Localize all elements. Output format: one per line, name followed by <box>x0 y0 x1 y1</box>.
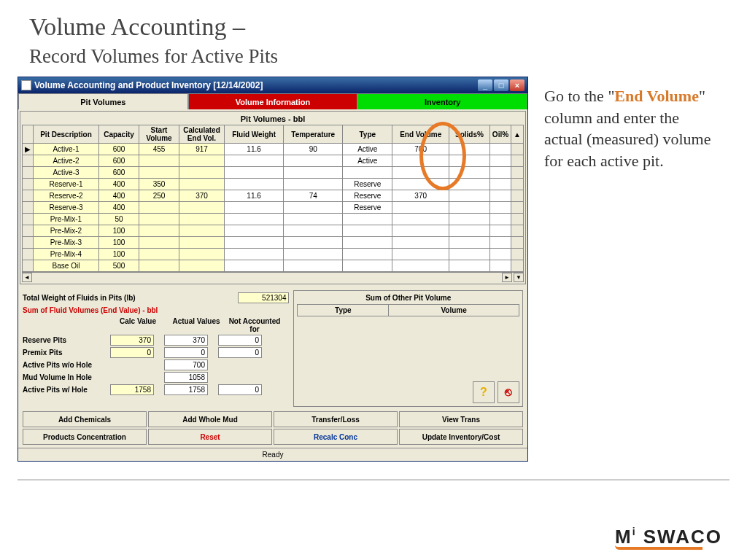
footer-rule <box>18 479 729 481</box>
col-oil[interactable]: Oil% <box>489 125 511 144</box>
col-capacity[interactable]: Capacity <box>99 125 139 144</box>
summary-panel: Total Weight of Fluids in Pits (lb) 5213… <box>23 290 289 407</box>
end-volume-cell[interactable]: 700 <box>392 144 449 155</box>
mi-swaco-logo: Mi SWACO <box>615 526 722 550</box>
tab-volume-information[interactable]: Volume Information <box>188 93 358 109</box>
update-inventory-button[interactable]: Update Inventory/Cost <box>399 429 523 445</box>
reserve-actual: 370 <box>164 335 208 346</box>
app-window: Volume Accounting and Product Inventory … <box>18 77 528 462</box>
other-col-volume: Volume <box>389 305 519 316</box>
premix-actual: 0 <box>164 347 208 358</box>
active-w-hole-actual: 1758 <box>164 384 208 395</box>
active-wo-hole-actual: 700 <box>164 359 208 370</box>
table-row[interactable]: Pre-Mix-150 <box>23 214 524 225</box>
tabs: Pit Volumes Volume Information Inventory <box>18 93 527 109</box>
end-volume-cell[interactable] <box>392 155 449 167</box>
end-volume-cell[interactable] <box>392 260 449 272</box>
col-temperature[interactable]: Temperature <box>284 125 343 144</box>
table-row[interactable]: Pre-Mix-4100 <box>23 249 524 260</box>
view-trans-button[interactable]: View Trans <box>399 411 523 427</box>
sum-col-notacc: Not Accounted for <box>225 317 284 333</box>
help-button[interactable]: ? <box>473 381 495 403</box>
transfer-loss-button[interactable]: Transfer/Loss <box>274 411 398 427</box>
exit-icon: ⎋ <box>505 386 512 399</box>
premix-calc: 0 <box>110 347 154 358</box>
tab-pit-volumes[interactable]: Pit Volumes <box>18 93 188 109</box>
products-concentration-button[interactable]: Products Concentration <box>23 429 147 445</box>
other-pit-title: Sum of Other Pit Volume <box>297 294 519 302</box>
reserve-notacc: 0 <box>218 335 262 346</box>
maximize-button[interactable]: □ <box>494 79 508 91</box>
minimize-button[interactable]: _ <box>478 79 492 91</box>
col-solids[interactable]: Solids% <box>449 125 490 144</box>
table-row[interactable]: Reserve-240025037011.674Reserve370 <box>23 190 524 202</box>
table-row[interactable]: Reserve-3400Reserve <box>23 202 524 214</box>
action-buttons: Add Chemicals Add Whole Mud Transfer/Los… <box>18 408 527 448</box>
table-row[interactable]: Base Oil500 <box>23 260 524 272</box>
end-volume-cell[interactable] <box>392 202 449 214</box>
help-icon: ? <box>480 386 487 399</box>
col-calculated-end-vol[interactable]: Calculated End Vol. <box>179 125 225 144</box>
active-wo-hole-label: Active Pits w/o Hole <box>23 361 110 369</box>
instruction-emphasis: End Volume <box>614 87 699 105</box>
add-chemicals-button[interactable]: Add Chemicals <box>23 411 147 427</box>
end-volume-cell[interactable] <box>392 249 449 260</box>
col-fluid-weight[interactable]: Fluid Weight <box>225 125 284 144</box>
table-row[interactable]: Active-3600 <box>23 167 524 179</box>
mud-volume-label: Mud Volume In Hole <box>23 373 110 381</box>
other-pit-panel: Sum of Other Pit Volume Type Volume ? ⎋ <box>293 290 523 407</box>
active-w-hole-notacc: 0 <box>218 384 262 395</box>
add-whole-mud-button[interactable]: Add Whole Mud <box>148 411 272 427</box>
recalc-conc-button[interactable]: Recalc Conc <box>274 429 398 445</box>
reserve-pits-label: Reserve Pits <box>23 336 110 344</box>
pit-volumes-panel: Pit Volumes - bbl Pit Description Capaci… <box>20 111 526 284</box>
premix-notacc: 0 <box>218 347 262 358</box>
end-volume-cell[interactable] <box>392 237 449 249</box>
end-volume-cell[interactable] <box>392 167 449 179</box>
col-end-volume[interactable]: End Volume <box>392 125 449 144</box>
window-title: Volume Accounting and Product Inventory … <box>34 80 263 90</box>
premix-pits-label: Premix Pits <box>23 349 110 357</box>
end-volume-cell[interactable] <box>392 214 449 225</box>
table-row[interactable]: Pre-Mix-2100 <box>23 225 524 237</box>
scroll-left-button[interactable]: ◄ <box>22 273 32 282</box>
sum-fluid-volumes-title: Sum of Fluid Volumes (End Value) - bbl <box>23 306 289 314</box>
horizontal-scrollbar[interactable]: ◄ ► ▼ <box>22 272 524 282</box>
reserve-calc: 370 <box>110 335 154 346</box>
app-icon <box>21 80 31 90</box>
scroll-down-button[interactable]: ▼ <box>514 273 524 282</box>
mud-volume-actual: 1058 <box>164 372 208 383</box>
exit-button[interactable]: ⎋ <box>498 381 519 403</box>
status-bar: Ready <box>18 448 527 461</box>
table-row[interactable]: Reserve-1400350Reserve <box>23 179 524 190</box>
window-titlebar: Volume Accounting and Product Inventory … <box>18 77 527 93</box>
col-start-volume[interactable]: Start Volume <box>139 125 179 144</box>
active-w-hole-label: Active Pits w/ Hole <box>23 386 110 394</box>
table-row[interactable]: Active-2600Active <box>23 155 524 167</box>
reset-button[interactable]: Reset <box>148 429 272 445</box>
scroll-right-button[interactable]: ► <box>502 273 512 282</box>
end-volume-cell[interactable]: 370 <box>392 190 449 202</box>
instruction-text: Go to the "End Volume" column and enter … <box>544 77 716 462</box>
slide-subtitle: Record Volumes for Active Pits <box>0 45 747 74</box>
col-type[interactable]: Type <box>343 125 392 144</box>
other-col-type: Type <box>298 305 389 316</box>
close-button[interactable]: × <box>510 79 525 91</box>
total-weight-label: Total Weight of Fluids in Pits (lb) <box>23 294 238 302</box>
table-row[interactable]: ▶Active-160045591711.690Active700 <box>23 144 524 155</box>
end-volume-cell[interactable] <box>392 179 449 190</box>
tab-inventory[interactable]: Inventory <box>357 93 527 109</box>
end-volume-cell[interactable] <box>392 225 449 237</box>
slide-title: Volume Accounting – <box>0 0 747 45</box>
pit-volumes-table[interactable]: Pit Description Capacity Start Volume Ca… <box>22 125 524 272</box>
sum-col-calc: Calc Value <box>109 317 167 333</box>
col-pit-description[interactable]: Pit Description <box>34 125 99 144</box>
active-w-hole-calc: 1758 <box>110 384 154 395</box>
total-weight-value: 521304 <box>238 292 289 303</box>
sum-col-actual: Actual Values <box>167 317 225 333</box>
pit-volumes-grid: Pit Description Capacity Start Volume Ca… <box>22 125 524 282</box>
table-row[interactable]: Pre-Mix-3100 <box>23 237 524 249</box>
grid-title: Pit Volumes - bbl <box>22 113 524 125</box>
